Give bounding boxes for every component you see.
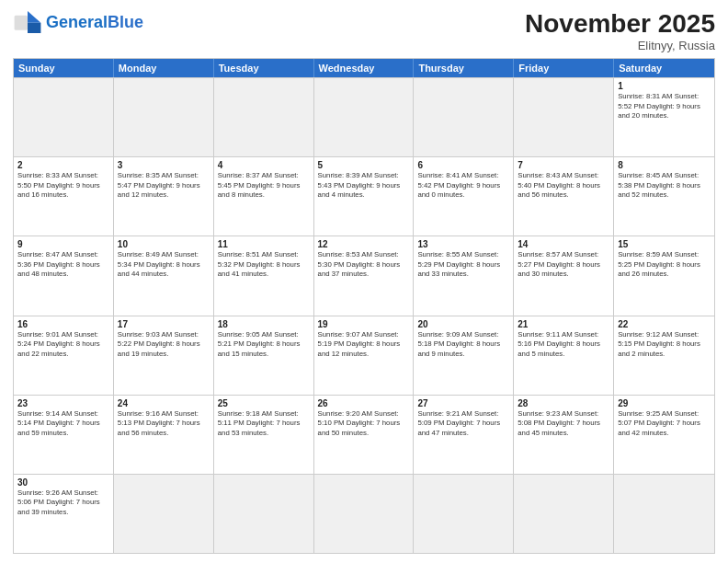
day-info: Sunrise: 8:37 AM Sunset: 5:45 PM Dayligh… (218, 171, 310, 201)
calendar-cell (214, 475, 314, 553)
calendar-cell: 1Sunrise: 8:31 AM Sunset: 5:52 PM Daylig… (614, 78, 714, 156)
calendar-cell: 22Sunrise: 9:12 AM Sunset: 5:15 PM Dayli… (614, 316, 714, 395)
calendar-cell: 15Sunrise: 8:59 AM Sunset: 5:25 PM Dayli… (614, 236, 714, 315)
day-info: Sunrise: 8:53 AM Sunset: 5:30 PM Dayligh… (318, 250, 410, 280)
day-info: Sunrise: 8:47 AM Sunset: 5:36 PM Dayligh… (17, 250, 109, 280)
calendar-cell: 20Sunrise: 9:09 AM Sunset: 5:18 PM Dayli… (414, 316, 514, 395)
calendar-cell: 13Sunrise: 8:55 AM Sunset: 5:29 PM Dayli… (414, 236, 514, 315)
day-number: 1 (618, 81, 711, 91)
day-number: 22 (618, 319, 711, 329)
day-info: Sunrise: 8:31 AM Sunset: 5:52 PM Dayligh… (618, 92, 711, 121)
month-year: November 2025 (525, 9, 715, 39)
calendar-cell (414, 78, 514, 156)
day-number: 30 (17, 477, 109, 488)
svg-marker-2 (28, 23, 40, 33)
calendar-cell: 9Sunrise: 8:47 AM Sunset: 5:36 PM Daylig… (14, 236, 114, 315)
logo: GeneralBlue (13, 9, 143, 35)
day-number: 19 (318, 319, 410, 329)
calendar-cell: 10Sunrise: 8:49 AM Sunset: 5:34 PM Dayli… (114, 236, 214, 315)
day-info: Sunrise: 9:26 AM Sunset: 5:06 PM Dayligh… (17, 488, 109, 518)
calendar-cell (414, 475, 514, 553)
calendar-cell: 8Sunrise: 8:45 AM Sunset: 5:38 PM Daylig… (614, 157, 714, 236)
svg-rect-0 (15, 16, 28, 30)
calendar-cell: 27Sunrise: 9:21 AM Sunset: 5:09 PM Dayli… (414, 396, 514, 474)
calendar-cell: 23Sunrise: 9:14 AM Sunset: 5:14 PM Dayli… (14, 396, 114, 474)
logo-general: General (46, 13, 108, 31)
day-info: Sunrise: 8:41 AM Sunset: 5:42 PM Dayligh… (417, 171, 509, 201)
day-number: 29 (618, 398, 711, 408)
day-number: 17 (118, 319, 210, 329)
calendar-cell (114, 475, 214, 553)
calendar-cell (214, 78, 314, 156)
day-number: 20 (417, 319, 509, 329)
day-number: 24 (118, 398, 210, 408)
day-number: 26 (318, 398, 410, 408)
svg-marker-1 (28, 11, 40, 23)
day-info: Sunrise: 9:12 AM Sunset: 5:15 PM Dayligh… (618, 330, 711, 360)
calendar-cell: 3Sunrise: 8:35 AM Sunset: 5:47 PM Daylig… (114, 157, 214, 236)
day-info: Sunrise: 9:09 AM Sunset: 5:18 PM Dayligh… (417, 330, 509, 360)
calendar-cell: 19Sunrise: 9:07 AM Sunset: 5:19 PM Dayli… (314, 316, 415, 395)
header-day-monday: Monday (114, 59, 214, 77)
calendar-cell (514, 78, 614, 156)
calendar-cell (514, 475, 614, 553)
calendar-cell: 25Sunrise: 9:18 AM Sunset: 5:11 PM Dayli… (214, 396, 314, 474)
day-number: 6 (417, 160, 509, 170)
calendar-cell: 17Sunrise: 9:03 AM Sunset: 5:22 PM Dayli… (114, 316, 214, 395)
calendar-cell: 18Sunrise: 9:05 AM Sunset: 5:21 PM Dayli… (214, 316, 314, 395)
day-info: Sunrise: 8:43 AM Sunset: 5:40 PM Dayligh… (518, 171, 609, 201)
day-info: Sunrise: 9:18 AM Sunset: 5:11 PM Dayligh… (218, 409, 310, 439)
calendar-body: 1Sunrise: 8:31 AM Sunset: 5:52 PM Daylig… (14, 77, 714, 553)
day-info: Sunrise: 9:25 AM Sunset: 5:07 PM Dayligh… (618, 409, 711, 439)
day-info: Sunrise: 9:14 AM Sunset: 5:14 PM Dayligh… (17, 409, 109, 439)
calendar-header: SundayMondayTuesdayWednesdayThursdayFrid… (14, 59, 714, 77)
header-day-friday: Friday (514, 59, 614, 77)
logo-blue: Blue (108, 13, 143, 31)
day-info: Sunrise: 9:11 AM Sunset: 5:16 PM Dayligh… (518, 330, 609, 360)
calendar-cell (314, 475, 415, 553)
day-number: 3 (118, 160, 210, 170)
day-info: Sunrise: 8:35 AM Sunset: 5:47 PM Dayligh… (118, 171, 210, 201)
calendar-cell: 29Sunrise: 9:25 AM Sunset: 5:07 PM Dayli… (614, 396, 714, 474)
day-info: Sunrise: 8:55 AM Sunset: 5:29 PM Dayligh… (417, 250, 509, 280)
day-info: Sunrise: 8:49 AM Sunset: 5:34 PM Dayligh… (118, 250, 210, 280)
header-day-saturday: Saturday (614, 59, 714, 77)
day-number: 4 (218, 160, 310, 170)
day-info: Sunrise: 9:20 AM Sunset: 5:10 PM Dayligh… (318, 409, 410, 439)
day-number: 18 (218, 319, 310, 329)
calendar-cell: 24Sunrise: 9:16 AM Sunset: 5:13 PM Dayli… (114, 396, 214, 474)
calendar-cell: 26Sunrise: 9:20 AM Sunset: 5:10 PM Dayli… (314, 396, 415, 474)
day-number: 8 (618, 160, 711, 170)
logo-icon (13, 9, 42, 35)
day-number: 10 (118, 239, 210, 249)
calendar-row-2: 9Sunrise: 8:47 AM Sunset: 5:36 PM Daylig… (14, 236, 714, 315)
calendar-row-0: 1Sunrise: 8:31 AM Sunset: 5:52 PM Daylig… (14, 77, 714, 156)
calendar-row-4: 23Sunrise: 9:14 AM Sunset: 5:14 PM Dayli… (14, 395, 714, 474)
day-info: Sunrise: 8:59 AM Sunset: 5:25 PM Dayligh… (618, 250, 711, 280)
day-number: 25 (218, 398, 310, 408)
page: GeneralBlue November 2025 Elitnyy, Russi… (0, 0, 728, 563)
calendar-cell: 12Sunrise: 8:53 AM Sunset: 5:30 PM Dayli… (314, 236, 415, 315)
header: GeneralBlue November 2025 Elitnyy, Russi… (13, 9, 715, 52)
day-info: Sunrise: 9:16 AM Sunset: 5:13 PM Dayligh… (118, 409, 210, 439)
calendar-cell: 7Sunrise: 8:43 AM Sunset: 5:40 PM Daylig… (514, 157, 614, 236)
day-info: Sunrise: 9:23 AM Sunset: 5:08 PM Dayligh… (518, 409, 609, 439)
day-info: Sunrise: 9:05 AM Sunset: 5:21 PM Dayligh… (218, 330, 310, 360)
day-info: Sunrise: 9:03 AM Sunset: 5:22 PM Dayligh… (118, 330, 210, 360)
day-number: 13 (417, 239, 509, 249)
day-number: 15 (618, 239, 711, 249)
calendar: SundayMondayTuesdayWednesdayThursdayFrid… (13, 58, 715, 554)
calendar-cell (114, 78, 214, 156)
day-number: 23 (17, 398, 109, 408)
header-day-wednesday: Wednesday (314, 59, 415, 77)
day-number: 27 (417, 398, 509, 408)
day-number: 28 (518, 398, 609, 408)
day-info: Sunrise: 8:57 AM Sunset: 5:27 PM Dayligh… (518, 250, 609, 280)
day-info: Sunrise: 9:07 AM Sunset: 5:19 PM Dayligh… (318, 330, 410, 360)
header-day-tuesday: Tuesday (214, 59, 314, 77)
logo-text: GeneralBlue (46, 14, 143, 30)
day-number: 12 (318, 239, 410, 249)
title-block: November 2025 Elitnyy, Russia (525, 9, 715, 52)
calendar-cell: 4Sunrise: 8:37 AM Sunset: 5:45 PM Daylig… (214, 157, 314, 236)
calendar-cell: 30Sunrise: 9:26 AM Sunset: 5:06 PM Dayli… (14, 475, 114, 553)
